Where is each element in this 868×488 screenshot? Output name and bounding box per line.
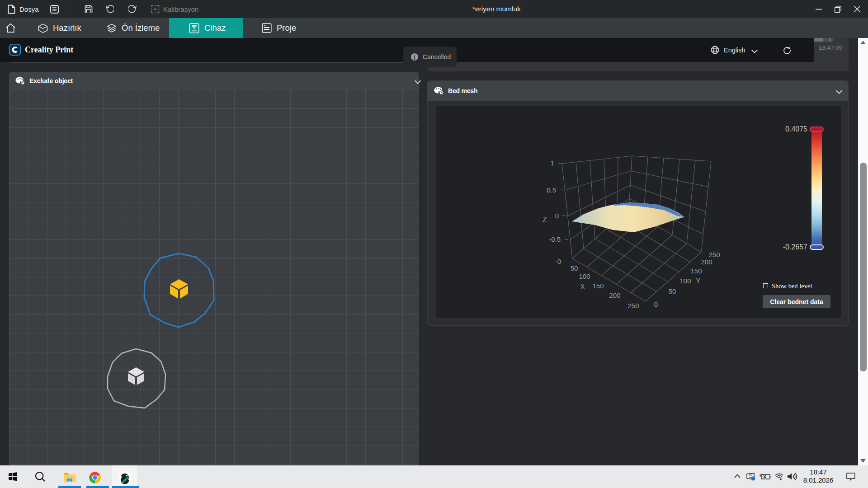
svg-text:200: 200 xyxy=(701,258,712,266)
svg-text:-0.2657: -0.2657 xyxy=(783,243,807,251)
svg-text:100: 100 xyxy=(679,277,691,285)
svg-text:0.5: 0.5 xyxy=(547,186,556,194)
svg-text:200: 200 xyxy=(609,291,620,299)
svg-text:50: 50 xyxy=(571,264,578,272)
svg-text:Y: Y xyxy=(696,277,701,285)
svg-text:150: 150 xyxy=(690,267,702,275)
svg-text:50: 50 xyxy=(669,287,676,295)
svg-text:100: 100 xyxy=(579,272,590,280)
svg-text:-0.5: -0.5 xyxy=(549,235,561,243)
svg-text:250: 250 xyxy=(627,302,639,310)
svg-text:250: 250 xyxy=(708,251,720,258)
svg-text:150: 150 xyxy=(592,282,604,290)
svg-text:X: X xyxy=(580,283,585,291)
svg-text:0: 0 xyxy=(654,300,658,308)
svg-text:0.4075: 0.4075 xyxy=(785,125,807,133)
svg-text:-0: -0 xyxy=(555,258,561,265)
svg-text:0: 0 xyxy=(555,212,559,220)
svg-text:1: 1 xyxy=(551,159,554,167)
svg-text:Z: Z xyxy=(542,216,547,224)
